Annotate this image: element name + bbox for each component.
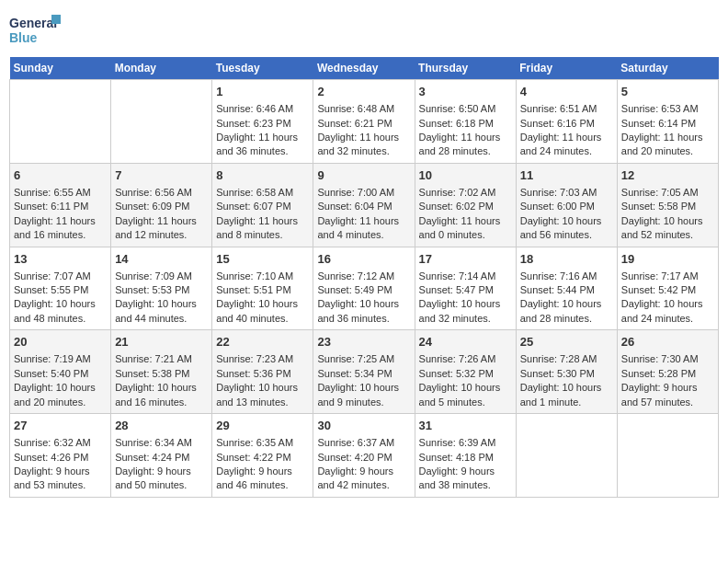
sunset-text: Sunset: 4:24 PM [115, 451, 208, 465]
sunset-text: Sunset: 6:23 PM [216, 117, 309, 131]
day-number: 14 [115, 251, 208, 268]
sunrise-text: Sunrise: 7:19 AM [14, 352, 107, 366]
day-header-thursday: Thursday [415, 57, 516, 80]
sunset-text: Sunset: 5:34 PM [317, 367, 410, 381]
sunrise-text: Sunrise: 6:35 AM [216, 436, 309, 450]
daylight-text: Daylight: 10 hours and 24 minutes. [621, 297, 714, 326]
day-header-tuesday: Tuesday [212, 57, 313, 80]
calendar-cell: 22Sunrise: 7:23 AMSunset: 5:36 PMDayligh… [212, 330, 313, 414]
sunrise-text: Sunrise: 7:07 AM [14, 270, 107, 283]
sunrise-text: Sunrise: 7:21 AM [115, 352, 208, 366]
day-number: 27 [14, 418, 107, 434]
daylight-text: Daylight: 11 hours and 32 minutes. [317, 131, 410, 159]
day-header-sunday: Sunday [10, 57, 111, 80]
day-number: 29 [216, 418, 309, 434]
daylight-text: Daylight: 9 hours and 46 minutes. [216, 465, 309, 493]
sunrise-text: Sunrise: 7:28 AM [520, 352, 613, 366]
sunset-text: Sunset: 5:40 PM [14, 367, 107, 381]
day-number: 13 [14, 251, 107, 268]
sunrise-text: Sunrise: 7:12 AM [317, 270, 410, 283]
day-number: 3 [419, 84, 512, 100]
sunrise-text: Sunrise: 6:55 AM [14, 186, 107, 200]
day-number: 16 [317, 251, 410, 268]
daylight-text: Daylight: 10 hours and 56 minutes. [520, 214, 613, 243]
sunset-text: Sunset: 5:38 PM [115, 367, 208, 381]
week-row-4: 20Sunrise: 7:19 AMSunset: 5:40 PMDayligh… [10, 330, 719, 414]
sunset-text: Sunset: 6:11 PM [14, 200, 107, 213]
sunrise-text: Sunrise: 6:58 AM [216, 186, 309, 200]
sunrise-text: Sunrise: 7:03 AM [520, 186, 613, 200]
calendar-body: 1Sunrise: 6:46 AMSunset: 6:23 PMDaylight… [10, 80, 719, 498]
calendar-cell: 18Sunrise: 7:16 AMSunset: 5:44 PMDayligh… [516, 247, 617, 330]
daylight-text: Daylight: 11 hours and 0 minutes. [419, 214, 512, 243]
daylight-text: Daylight: 9 hours and 42 minutes. [317, 465, 410, 493]
sunset-text: Sunset: 6:00 PM [520, 200, 613, 213]
daylight-text: Daylight: 11 hours and 20 minutes. [621, 131, 714, 159]
calendar-cell: 21Sunrise: 7:21 AMSunset: 5:38 PMDayligh… [111, 330, 212, 414]
sunrise-text: Sunrise: 7:02 AM [419, 186, 512, 200]
daylight-text: Daylight: 11 hours and 28 minutes. [419, 131, 512, 159]
sunrise-text: Sunrise: 6:51 AM [520, 102, 613, 116]
calendar-cell: 27Sunrise: 6:32 AMSunset: 4:26 PMDayligh… [10, 414, 111, 498]
daylight-text: Daylight: 10 hours and 40 minutes. [216, 297, 309, 326]
day-number: 8 [216, 167, 309, 184]
day-number: 1 [216, 84, 309, 100]
sunset-text: Sunset: 5:58 PM [621, 200, 714, 213]
sunrise-text: Sunrise: 7:30 AM [621, 352, 714, 366]
calendar-cell: 2Sunrise: 6:48 AMSunset: 6:21 PMDaylight… [313, 80, 415, 164]
day-number: 24 [419, 334, 512, 350]
day-number: 10 [419, 167, 512, 184]
week-row-1: 1Sunrise: 6:46 AMSunset: 6:23 PMDaylight… [10, 80, 719, 164]
calendar-cell: 30Sunrise: 6:37 AMSunset: 4:20 PMDayligh… [313, 414, 415, 498]
day-number: 17 [419, 251, 512, 268]
sunrise-text: Sunrise: 7:23 AM [216, 352, 309, 366]
sunrise-text: Sunrise: 7:26 AM [419, 352, 512, 366]
calendar-cell: 9Sunrise: 7:00 AMSunset: 6:04 PMDaylight… [313, 163, 415, 247]
sunrise-text: Sunrise: 7:16 AM [520, 270, 613, 283]
calendar-cell: 24Sunrise: 7:26 AMSunset: 5:32 PMDayligh… [415, 330, 516, 414]
sunset-text: Sunset: 6:07 PM [216, 200, 309, 213]
sunset-text: Sunset: 6:04 PM [317, 200, 410, 213]
calendar-cell: 4Sunrise: 6:51 AMSunset: 6:16 PMDaylight… [516, 80, 617, 164]
sunrise-text: Sunrise: 6:32 AM [14, 436, 107, 450]
calendar-cell: 6Sunrise: 6:55 AMSunset: 6:11 PMDaylight… [10, 163, 111, 247]
sunset-text: Sunset: 6:09 PM [115, 200, 208, 213]
calendar-cell: 8Sunrise: 6:58 AMSunset: 6:07 PMDaylight… [212, 163, 313, 247]
calendar-cell: 11Sunrise: 7:03 AMSunset: 6:00 PMDayligh… [516, 163, 617, 247]
daylight-text: Daylight: 10 hours and 32 minutes. [419, 297, 512, 326]
calendar-cell: 16Sunrise: 7:12 AMSunset: 5:49 PMDayligh… [313, 247, 415, 330]
daylight-text: Daylight: 9 hours and 57 minutes. [621, 381, 714, 409]
day-number: 7 [115, 167, 208, 184]
calendar-header: SundayMondayTuesdayWednesdayThursdayFrid… [10, 57, 719, 80]
day-number: 20 [14, 334, 107, 350]
day-number: 18 [520, 251, 613, 268]
page-header: GeneralBlue [9, 9, 719, 50]
daylight-text: Daylight: 11 hours and 16 minutes. [14, 214, 107, 243]
sunset-text: Sunset: 4:26 PM [14, 451, 107, 465]
calendar-cell: 12Sunrise: 7:05 AMSunset: 5:58 PMDayligh… [617, 163, 718, 247]
daylight-text: Daylight: 10 hours and 36 minutes. [317, 297, 410, 326]
calendar-cell: 15Sunrise: 7:10 AMSunset: 5:51 PMDayligh… [212, 247, 313, 330]
calendar-cell: 14Sunrise: 7:09 AMSunset: 5:53 PMDayligh… [111, 247, 212, 330]
sunrise-text: Sunrise: 6:46 AM [216, 102, 309, 116]
calendar-cell: 26Sunrise: 7:30 AMSunset: 5:28 PMDayligh… [617, 330, 718, 414]
week-row-2: 6Sunrise: 6:55 AMSunset: 6:11 PMDaylight… [10, 163, 719, 247]
daylight-text: Daylight: 10 hours and 13 minutes. [216, 381, 309, 409]
calendar-cell: 29Sunrise: 6:35 AMSunset: 4:22 PMDayligh… [212, 414, 313, 498]
calendar-cell: 17Sunrise: 7:14 AMSunset: 5:47 PMDayligh… [415, 247, 516, 330]
sunset-text: Sunset: 5:42 PM [621, 283, 714, 297]
day-number: 26 [621, 334, 714, 350]
day-number: 19 [621, 251, 714, 268]
daylight-text: Daylight: 10 hours and 44 minutes. [115, 297, 208, 326]
sunset-text: Sunset: 5:36 PM [216, 367, 309, 381]
sunrise-text: Sunrise: 7:10 AM [216, 270, 309, 283]
calendar-cell: 23Sunrise: 7:25 AMSunset: 5:34 PMDayligh… [313, 330, 415, 414]
calendar-cell: 20Sunrise: 7:19 AMSunset: 5:40 PMDayligh… [10, 330, 111, 414]
day-number: 23 [317, 334, 410, 350]
daylight-text: Daylight: 9 hours and 38 minutes. [419, 465, 512, 493]
sunset-text: Sunset: 5:30 PM [520, 367, 613, 381]
sunrise-text: Sunrise: 7:09 AM [115, 270, 208, 283]
sunset-text: Sunset: 5:32 PM [419, 367, 512, 381]
sunrise-text: Sunrise: 6:37 AM [317, 436, 410, 450]
day-number: 4 [520, 84, 613, 100]
